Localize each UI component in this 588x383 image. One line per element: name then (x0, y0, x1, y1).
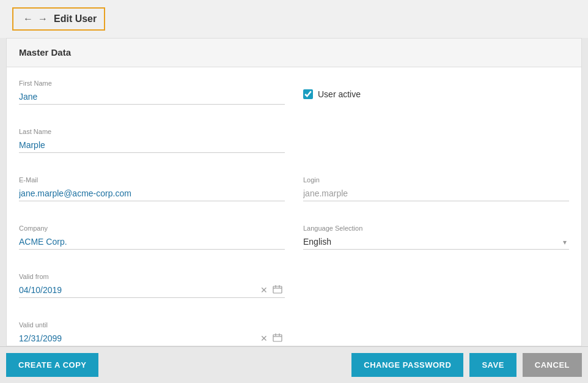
last-name-label: Last Name (19, 128, 285, 135)
valid-until-field: Valid until ✕ (19, 321, 285, 346)
breadcrumb-header: ← → Edit User (12, 7, 105, 31)
form-body: First Name User active Last Name (7, 67, 581, 346)
first-name-field: First Name (19, 80, 285, 105)
first-name-col: First Name (19, 80, 285, 116)
save-button[interactable]: SAVE (469, 353, 516, 377)
back-button[interactable]: ← (21, 13, 35, 24)
language-label: Language Selection (303, 225, 569, 232)
valid-from-input[interactable] (19, 283, 258, 297)
valid-from-label: Valid from (19, 273, 285, 280)
svg-rect-0 (273, 286, 282, 293)
change-password-button[interactable]: CHANGE PASSWORD (351, 353, 463, 377)
language-field: Language Selection English German French… (303, 225, 569, 250)
valid-from-clear-button[interactable]: ✕ (258, 284, 270, 296)
valid-until-col: Valid until ✕ (19, 321, 285, 346)
valid-from-col: Valid from ✕ (19, 273, 285, 309)
user-active-col: User active (303, 80, 569, 116)
user-active-checkbox[interactable] (303, 89, 313, 99)
last-name-col: Last Name (19, 128, 285, 164)
first-name-input[interactable] (19, 89, 285, 105)
user-active-row: User active (303, 80, 569, 99)
company-col: Company (19, 225, 285, 261)
footer: CREATE A COPY CHANGE PASSWORD SAVE CANCE… (0, 346, 588, 383)
valid-from-wrapper: ✕ (19, 283, 285, 298)
form-row-2: Last Name (19, 128, 569, 164)
company-label: Company (19, 225, 285, 232)
page-title: Edit User (54, 13, 97, 24)
form-row-4: Company Language Selection English Germa… (19, 225, 569, 261)
email-field: E-Mail (19, 176, 285, 201)
language-select[interactable]: English German French Spanish (303, 234, 569, 250)
last-name-right-col (303, 128, 569, 164)
valid-until-clear-button[interactable]: ✕ (258, 332, 270, 344)
company-field: Company (19, 225, 285, 250)
forward-button[interactable]: → (35, 13, 50, 24)
language-col: Language Selection English German French… (303, 225, 569, 261)
valid-from-calendar-button[interactable] (270, 283, 285, 297)
company-input[interactable] (19, 234, 285, 250)
form-row-6: Valid until ✕ (19, 321, 569, 346)
email-col: E-Mail (19, 176, 285, 212)
first-name-label: First Name (19, 80, 285, 87)
form-row-5: Valid from ✕ (19, 273, 569, 309)
create-copy-button[interactable]: CREATE A COPY (6, 353, 98, 377)
language-select-wrapper: English German French Spanish (303, 234, 569, 250)
card-header: Master Data (7, 39, 581, 67)
login-col: Login (303, 176, 569, 212)
valid-from-field: Valid from ✕ (19, 273, 285, 298)
valid-until-input[interactable] (19, 331, 258, 346)
login-input[interactable] (303, 186, 569, 201)
email-input[interactable] (19, 186, 285, 201)
login-field: Login (303, 176, 569, 201)
email-label: E-Mail (19, 176, 285, 184)
valid-until-right-col (303, 321, 569, 346)
valid-until-wrapper: ✕ (19, 331, 285, 346)
valid-until-calendar-button[interactable] (270, 332, 285, 346)
valid-from-right-col (303, 273, 569, 309)
form-row-3: E-Mail Login (19, 176, 569, 212)
form-row-1: First Name User active (19, 80, 569, 116)
valid-until-label: Valid until (19, 321, 285, 329)
svg-rect-4 (273, 335, 282, 341)
last-name-field: Last Name (19, 128, 285, 153)
login-label: Login (303, 176, 569, 184)
cancel-button[interactable]: CANCEL (523, 353, 582, 377)
last-name-input[interactable] (19, 138, 285, 153)
section-title: Master Data (19, 47, 71, 58)
main-card: Master Data First Name User active (6, 38, 582, 346)
user-active-label: User active (318, 89, 361, 99)
